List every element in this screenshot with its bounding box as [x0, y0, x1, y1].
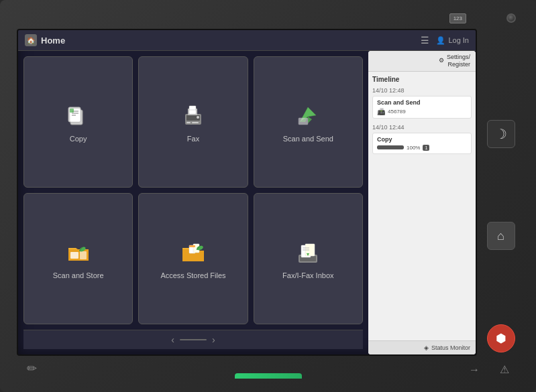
pencil-icon: ✏: [27, 361, 37, 376]
bottom-right-icons: → ⚠: [469, 363, 509, 376]
home-icon: 🏠: [25, 34, 37, 46]
fax-small-icon: 📠: [377, 108, 385, 115]
timeline-card-title-2: Copy: [377, 136, 467, 143]
stop-icon: ⬢: [496, 331, 506, 346]
home-label: Home: [41, 36, 65, 46]
timeline-card-title-1: Scan and Send: [377, 99, 467, 106]
login-label: Log In: [448, 36, 469, 44]
timeline-entry-1: 14/10 12:48 Scan and Send 📠 456789: [372, 87, 472, 119]
timeline-fax-number: 456789: [388, 109, 406, 115]
home-button[interactable]: ⌂: [487, 222, 515, 250]
svg-rect-18: [299, 118, 308, 125]
bottom-area: ✏ → ⚠: [13, 356, 523, 379]
svg-rect-12: [186, 122, 191, 123]
stop-button[interactable]: ⬢: [487, 324, 515, 352]
home-title-group: 🏠 Home: [25, 34, 65, 46]
status-monitor-label: Status Monitor: [431, 344, 470, 351]
fax-label: Fax: [187, 134, 199, 143]
svg-point-11: [197, 116, 199, 119]
timeline-date-1: 14/10 12:48: [372, 87, 472, 94]
progress-bar-wrap: 100% 1: [377, 145, 467, 151]
svg-rect-19: [70, 252, 78, 259]
fax-inbox-icon-area: [293, 237, 323, 267]
header-right: ☰ 👤 Log In: [421, 35, 469, 46]
screen: 🏠 Home ☰ 👤 Log In: [17, 29, 477, 356]
grid-row-2: Scan and Store: [23, 193, 363, 324]
svg-rect-13: [192, 122, 199, 123]
nav-right-arrow[interactable]: ›: [212, 334, 215, 345]
grid-row-1: Copy: [23, 56, 363, 188]
tile-scan-store[interactable]: Scan and Store: [23, 193, 133, 324]
knob: [506, 13, 516, 23]
login-person-icon: 👤: [436, 36, 445, 45]
scan-send-label: Scan and Send: [283, 134, 333, 143]
timeline-title: Timeline: [372, 76, 472, 83]
fax-inbox-label: Fax/I-Fax Inbox: [282, 271, 333, 280]
home-btn-icon: ⌂: [497, 229, 504, 243]
progress-fill: [377, 145, 404, 149]
timeline-section: Timeline 14/10 12:48 Scan and Send 📠 456…: [368, 72, 476, 340]
timeline-card-row-1: 📠 456789: [377, 108, 467, 115]
settings-register-button[interactable]: ⚙ Settings/Register: [368, 51, 476, 72]
timeline-card-1[interactable]: Scan and Send 📠 456789: [372, 96, 472, 119]
tile-copy[interactable]: Copy: [23, 56, 133, 188]
svg-rect-14: [189, 106, 196, 110]
status-monitor-button[interactable]: ◈ Status Monitor: [368, 340, 476, 354]
progress-percent: 100%: [407, 145, 420, 151]
side-buttons: ☽ ⌂ ⬢: [482, 29, 519, 356]
nav-line: [180, 339, 207, 340]
progress-bar: [377, 145, 404, 149]
sleep-button[interactable]: ☽: [487, 120, 515, 148]
printer-body: 123 🏠 Home ☰ 👤 Log In: [0, 0, 536, 392]
login-button[interactable]: 👤 Log In: [436, 36, 469, 45]
count-badge: 1: [423, 145, 429, 151]
nav-dots: ‹ ›: [23, 330, 363, 349]
tile-scan-send[interactable]: Scan and Send: [254, 56, 363, 188]
copy-label: Copy: [70, 134, 87, 143]
timeline-card-2[interactable]: Copy 100% 1: [372, 133, 472, 154]
num-badge: 123: [449, 13, 466, 23]
scan-store-label: Scan and Store: [53, 271, 104, 280]
svg-rect-25: [189, 245, 195, 247]
hamburger-icon[interactable]: ☰: [421, 35, 429, 46]
svg-rect-10: [189, 110, 196, 114]
settings-label: Settings/Register: [447, 54, 470, 68]
gear-icon: ⚙: [439, 57, 444, 64]
screen-content: Copy: [18, 51, 476, 354]
main-area: 🏠 Home ☰ 👤 Log In: [13, 29, 523, 356]
copy-icon-area: [64, 101, 93, 130]
sleep-icon: ☽: [495, 126, 507, 142]
screen-header: 🏠 Home ☰ 👤 Log In: [18, 30, 476, 51]
access-stored-label: Access Stored Files: [160, 271, 225, 280]
warning-icon: ⚠: [500, 363, 509, 376]
app-grid: Copy: [18, 51, 368, 354]
scan-send-icon-area: [293, 101, 323, 130]
arrow-icon: →: [469, 364, 480, 376]
tile-fax-inbox[interactable]: Fax/I-Fax Inbox: [254, 193, 363, 324]
scan-store-icon-area: [64, 237, 93, 267]
right-panel: ⚙ Settings/Register Timeline 14/10 12:48…: [368, 51, 476, 354]
timeline-date-2: 14/10 12:44: [372, 124, 472, 131]
tile-access-stored[interactable]: Access Stored Files: [138, 193, 248, 324]
top-bar: 123: [13, 13, 523, 29]
svg-rect-20: [80, 251, 87, 259]
svg-rect-6: [70, 109, 74, 113]
tile-fax[interactable]: Fax: [138, 56, 248, 188]
diamond-icon: ◈: [424, 344, 429, 351]
timeline-entry-2: 14/10 12:44 Copy 100% 1: [372, 124, 472, 154]
access-icon-area: [178, 237, 208, 267]
nav-left-arrow[interactable]: ‹: [171, 334, 174, 345]
green-indicator: [235, 373, 302, 379]
svg-marker-16: [308, 117, 312, 123]
fax-icon-area: [178, 101, 208, 130]
